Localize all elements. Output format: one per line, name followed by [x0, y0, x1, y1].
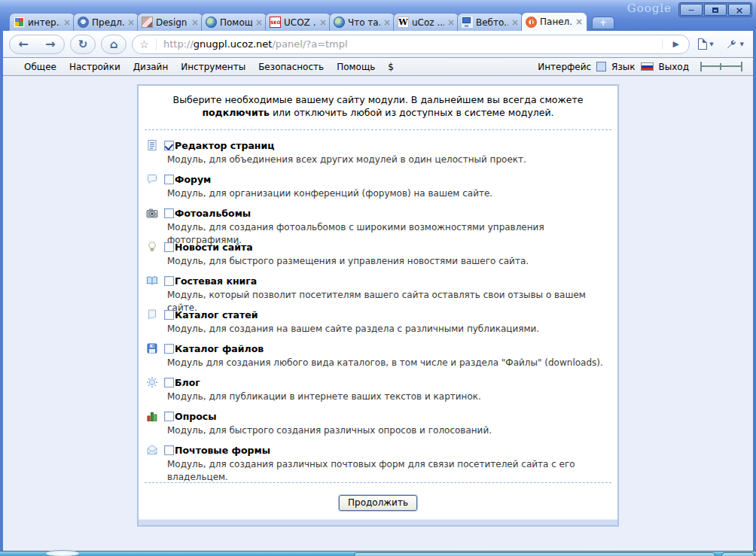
title-bar[interactable]: Google ─ × интер... × Предл... × Design …: [0, 0, 756, 31]
tab-strip: интер... × Предл... × Design ... × Помощ…: [9, 12, 614, 31]
tab-google-search[interactable]: интер... ×: [9, 13, 75, 31]
module-checkbox[interactable]: [164, 276, 174, 286]
module-name: Каталог статей: [175, 309, 258, 321]
module-checkbox[interactable]: [164, 141, 174, 150]
wikipedia-favicon: W: [398, 17, 409, 28]
module-name: Форум: [175, 174, 211, 185]
image-favicon: [142, 17, 153, 28]
chevron-down-icon: ▼: [709, 41, 713, 47]
module-name: Почтовые формы: [175, 445, 270, 456]
start-button[interactable]: [45, 550, 80, 556]
module-checkbox[interactable]: [164, 242, 174, 252]
tab-help[interactable]: Помощ... ×: [201, 13, 267, 31]
module-name: Блог: [175, 377, 200, 388]
intro-after: или отключить любой из доступных в систе…: [270, 107, 554, 118]
modules-panel: Выберите необходимые вашему сайту модули…: [137, 84, 619, 527]
tab-title: Design ...: [156, 17, 188, 28]
page-editor-icon: [146, 139, 159, 151]
module-item-mail-forms: Почтовые формы Модуль, для создания разл…: [146, 442, 610, 476]
os-taskbar[interactable]: [0, 551, 756, 556]
tab-predl[interactable]: Предл... ×: [73, 13, 139, 31]
back-button[interactable]: ←: [10, 38, 37, 50]
browser-client-area: ← → ↻ ⌂ ☆ http://gnugpl.ucoz.net/panel/?…: [3, 31, 753, 551]
close-tab-icon[interactable]: ×: [383, 18, 391, 27]
module-checkbox[interactable]: [164, 208, 174, 218]
interface-label[interactable]: Интерфейс: [538, 62, 591, 72]
new-tab-button[interactable]: +: [592, 17, 614, 29]
tab-panel-active[interactable]: Панел... ×: [521, 12, 587, 31]
tab-title: Помощ...: [220, 17, 252, 28]
language-label[interactable]: Язык: [611, 62, 635, 72]
module-name: Гостевая книга: [175, 275, 257, 287]
module-checkbox[interactable]: [164, 445, 174, 455]
ring-favicon: [78, 17, 89, 28]
module-checkbox[interactable]: [164, 412, 174, 421]
menu-item-security[interactable]: Безопасность: [258, 62, 324, 72]
module-name: Фотоальбомы: [175, 208, 251, 219]
menu-item-general[interactable]: Общее: [24, 62, 56, 72]
maximize-icon: [712, 8, 718, 13]
bookmark-star-button[interactable]: ☆: [133, 38, 157, 50]
tab-title: интер...: [28, 17, 60, 28]
width-slider[interactable]: [700, 62, 742, 71]
menu-item-help[interactable]: Помощь: [337, 62, 375, 72]
site-menu-left: Общее Настройки Дизайн Инструменты Безоп…: [24, 62, 394, 72]
module-checkbox[interactable]: [164, 344, 174, 354]
logout-link[interactable]: Выход: [659, 62, 689, 72]
tools-menu-button[interactable]: ▼: [722, 38, 747, 50]
tab-ucoz-seo[interactable]: SEO UCOZ ... ×: [265, 13, 331, 31]
omnibox: ☆ http://gnugpl.ucoz.net/panel/?a=tmpl ▶: [132, 35, 690, 54]
module-checkbox[interactable]: [164, 175, 174, 184]
site-menu-right: Интерфейс Язык Выход: [538, 62, 742, 72]
tab-ucoz-wiki[interactable]: W uCoz ... ×: [393, 13, 459, 31]
browser-window: Google ─ × интер... × Предл... × Design …: [0, 0, 756, 551]
url-path: /panel/?a=tmpl: [272, 38, 347, 50]
go-button[interactable]: ▶: [662, 39, 689, 49]
url-input[interactable]: http://gnugpl.ucoz.net/panel/?a=tmpl: [157, 38, 662, 50]
module-name: Новости сайта: [175, 242, 253, 253]
file-catalog-icon: [146, 342, 159, 354]
russian-flag-icon[interactable]: [641, 62, 654, 71]
close-tab-icon[interactable]: ×: [63, 18, 71, 27]
close-tab-icon[interactable]: ×: [255, 18, 263, 27]
menu-item-dollar[interactable]: $: [388, 62, 394, 72]
mail-forms-icon: [146, 444, 159, 456]
close-tab-icon[interactable]: ×: [511, 18, 519, 27]
tab-webtop[interactable]: Вебто... ×: [457, 13, 523, 31]
page-menu-button[interactable]: ▼: [695, 38, 716, 50]
forward-button[interactable]: →: [37, 38, 64, 50]
minimize-button[interactable]: ─: [680, 4, 703, 16]
reload-button[interactable]: ↻: [70, 35, 96, 54]
module-description: Модуль, для организации конференций (фор…: [167, 187, 610, 200]
tab-chto-takoe[interactable]: Что та... ×: [329, 13, 395, 31]
close-tab-icon[interactable]: ×: [575, 17, 583, 26]
tab-design[interactable]: Design ... ×: [137, 13, 203, 31]
module-description: Модуль для создания любого вида каталого…: [167, 357, 610, 369]
module-checkbox[interactable]: [164, 310, 174, 320]
star-icon: ☆: [139, 38, 149, 50]
back-forward-group: ← →: [9, 35, 65, 54]
google-watermark: Google: [627, 2, 672, 15]
close-tab-icon[interactable]: ×: [127, 18, 135, 27]
module-name: Каталог файлов: [175, 343, 264, 354]
globe-favicon: [206, 17, 217, 28]
taskbar-task-button[interactable]: [354, 552, 715, 556]
go-icon: ▶: [672, 39, 678, 49]
chevron-down-icon: ▼: [740, 41, 744, 47]
taskbar-task-button[interactable]: [721, 552, 754, 556]
maximize-button[interactable]: [704, 4, 727, 16]
module-checkbox[interactable]: [164, 378, 174, 387]
close-tab-icon[interactable]: ×: [191, 18, 199, 27]
continue-button[interactable]: Продолжить: [339, 495, 417, 511]
interface-color-swatch[interactable]: [596, 62, 606, 71]
home-button[interactable]: ⌂: [101, 35, 127, 54]
menu-item-design[interactable]: Дизайн: [133, 62, 169, 72]
close-tab-icon[interactable]: ×: [447, 18, 455, 27]
menu-item-settings[interactable]: Настройки: [69, 62, 120, 72]
globe-favicon: [334, 17, 345, 28]
menu-item-tools[interactable]: Инструменты: [181, 62, 245, 72]
wrench-icon: [725, 38, 738, 50]
url-scheme: http://: [163, 38, 194, 50]
close-tab-icon[interactable]: ×: [319, 18, 327, 27]
close-window-button[interactable]: ×: [728, 4, 751, 16]
